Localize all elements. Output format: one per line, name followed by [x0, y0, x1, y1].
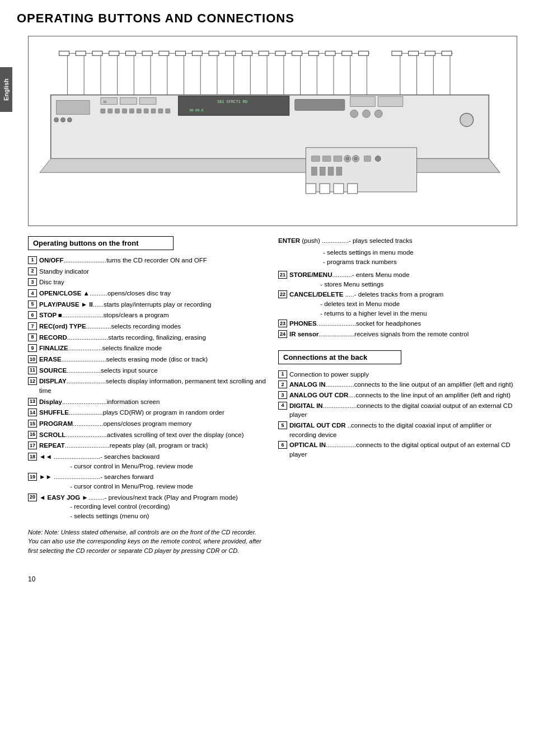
svg-rect-55	[120, 98, 137, 105]
item-number: 12	[28, 377, 37, 385]
item-term: DIGITAL IN	[289, 402, 323, 409]
item-text: ERASE.........................selects er…	[39, 355, 267, 364]
svg-rect-40	[308, 51, 318, 55]
item-desc: opens/closes program memory	[103, 420, 191, 427]
item-desc: selects erasing mode (disc or track)	[106, 356, 208, 363]
list-item: 4OPEN/CLOSE ▲..........opens/closes disc…	[28, 289, 267, 298]
item-term: ◄◄	[39, 453, 52, 460]
item-text: FINALIZE...................selects final…	[39, 344, 267, 353]
item-dots: ...................	[68, 345, 102, 351]
item-dots: ...........	[332, 271, 352, 278]
front-items-list: 1ON/OFF........................turns the…	[28, 256, 267, 521]
device-diagram: 00 581 SFRCT1 RD 00 00.0	[28, 36, 517, 226]
item-desc: - searches forward	[100, 473, 153, 480]
svg-rect-38	[275, 51, 285, 55]
list-item: 5DIGITAL OUT CDR ..connects to the digit…	[278, 421, 517, 439]
item-desc-line: - deletes text in Menu mode	[289, 300, 400, 307]
svg-rect-62	[378, 97, 403, 107]
list-item: 1Connection to power supply	[278, 370, 517, 379]
item-number: 4	[278, 402, 287, 410]
list-item: 4DIGITAL IN...................connects t…	[278, 401, 517, 420]
svg-rect-66	[123, 109, 127, 113]
list-item: 24IR sensor....................receives …	[278, 330, 517, 339]
item-text: SCROLL.......................activates s…	[39, 430, 267, 440]
item-dots: ...................	[67, 367, 101, 374]
item-desc: Standby indicator	[39, 268, 89, 275]
item-text: STOP ■.......................stops/clear…	[39, 311, 267, 320]
item-desc: selects finalize mode	[102, 345, 162, 351]
item-number: 16	[28, 431, 37, 439]
item-desc-line: - stores Menu settings	[289, 281, 383, 288]
svg-rect-47	[442, 51, 452, 55]
item-text: Display.........................informat…	[39, 397, 267, 407]
item-term: ◄ EASY JOG ►	[39, 494, 88, 501]
item-term: ANALOG OUT CDR	[289, 392, 348, 398]
svg-rect-61	[350, 97, 376, 107]
item-number: 5	[278, 421, 287, 429]
page-title: OPERATING BUTTONS AND CONNECTIONS	[17, 11, 517, 26]
svg-rect-93	[320, 184, 330, 194]
item-number: 19	[28, 473, 37, 481]
item-text: STORE/MENU...........- enters Menu mode …	[289, 270, 517, 289]
item-desc: repeats play (all, program or track)	[110, 442, 208, 449]
item-dots: ......	[93, 301, 104, 308]
item-term: STORE/MENU	[289, 271, 332, 278]
item-dots: ......................	[67, 378, 106, 384]
language-tab: English	[0, 67, 12, 112]
back-connections-section: Connections at the back 1Connection to p…	[278, 350, 517, 459]
item-term: RECORD	[39, 334, 67, 341]
svg-rect-91	[336, 167, 342, 175]
list-item: 7REC(ord) TYPE..............selects reco…	[28, 322, 267, 331]
svg-rect-34	[209, 51, 219, 55]
svg-rect-68	[137, 109, 141, 113]
svg-point-51	[61, 118, 65, 122]
item-text: DIGITAL OUT CDR ..connects to the digita…	[289, 421, 517, 439]
list-item: 21STORE/MENU...........- enters Menu mod…	[278, 270, 517, 289]
item-number: 11	[28, 367, 37, 374]
item-desc: connects to the line input of an amplifi…	[355, 392, 510, 398]
list-item: 10ERASE.........................selects …	[28, 355, 267, 364]
item-term: PLAY/PAUSE ► II	[39, 301, 93, 308]
svg-rect-33	[192, 51, 202, 55]
svg-rect-74	[362, 110, 370, 118]
list-item: 16SCROLL.......................activates…	[28, 430, 267, 440]
right-column: ENTER (push) ...............- plays sele…	[278, 236, 517, 564]
back-section-header: Connections at the back	[278, 350, 401, 364]
item-number: 10	[28, 355, 37, 363]
item-term: PROGRAM	[39, 420, 73, 427]
item-number: 14	[28, 408, 37, 416]
item-dots: ........................	[63, 257, 106, 264]
item-dots: ..........................	[52, 453, 100, 460]
item-term: ANALOG IN	[289, 381, 326, 388]
item-dots: .........................	[62, 356, 106, 363]
content-area: Operating buttons on the front 1ON/OFF..…	[28, 236, 517, 564]
item-desc: starts recording, finalizing, erasing	[108, 334, 206, 341]
item-text: DIGITAL IN...................connects to…	[289, 401, 517, 420]
svg-rect-79	[311, 156, 320, 162]
svg-rect-36	[242, 51, 252, 55]
item-text: ◄◄ ..........................- searches …	[39, 452, 267, 471]
list-item: 19►► ..........................- searche…	[28, 472, 267, 491]
svg-rect-65	[115, 109, 120, 113]
item-dots: ..........................	[52, 473, 100, 480]
svg-rect-46	[425, 51, 435, 55]
item-number: 3	[28, 278, 37, 286]
item-text: REPEAT.........................repeats p…	[39, 441, 267, 450]
svg-text:581 SFRCT1 RD: 581 SFRCT1 RD	[217, 100, 247, 104]
list-item: 22CANCEL/DELETE .....- deletes tracks fr…	[278, 290, 517, 318]
list-item: 18◄◄ ..........................- searche…	[28, 452, 267, 471]
item-number: 1	[278, 370, 287, 378]
enter-desc: plays selected tracks	[353, 237, 413, 244]
item-desc: Disc tray	[39, 279, 64, 285]
language-label: English	[3, 78, 10, 101]
item-desc: - previous/next track (Play and Program …	[105, 494, 238, 501]
list-item: 20◄ EASY JOG ►.........- previous/next t…	[28, 493, 267, 521]
item-text: ►► ..........................- searches …	[39, 472, 267, 491]
item-term: OPEN/CLOSE ▲	[39, 290, 90, 297]
item-term: REC(ord) TYPE	[39, 323, 86, 330]
item-text: SOURCE...................selects input s…	[39, 366, 267, 375]
item-desc: activates scrolling of text over the dis…	[107, 431, 244, 438]
note-label: Note:	[28, 529, 44, 536]
item-text: Connection to power supply	[289, 370, 517, 379]
item-desc: - deletes tracks from a program	[354, 291, 444, 298]
